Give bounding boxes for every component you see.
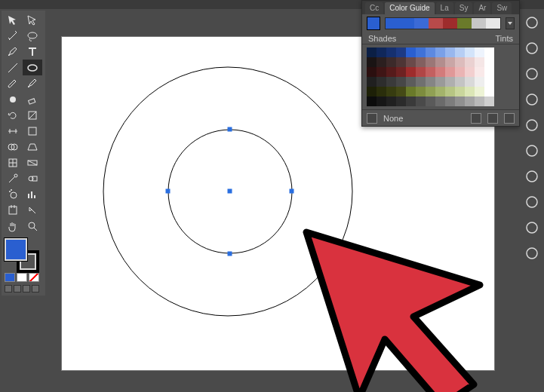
variation-swatch[interactable] (416, 77, 426, 87)
variation-swatch[interactable] (426, 47, 435, 57)
graphic-styles-panel-icon[interactable] (523, 219, 541, 237)
variation-swatch[interactable] (386, 96, 396, 106)
variation-swatch[interactable] (386, 57, 396, 67)
harmony-swatch[interactable] (486, 18, 500, 29)
line-tool[interactable] (3, 60, 23, 75)
variation-swatch[interactable] (455, 77, 465, 87)
variation-swatch[interactable] (426, 67, 435, 77)
harmony-swatch[interactable] (429, 18, 443, 29)
variation-swatch[interactable] (484, 57, 494, 67)
variation-swatch[interactable] (435, 87, 445, 96)
panel-tab-sw[interactable]: Sw (492, 2, 512, 14)
harmony-swatch[interactable] (457, 18, 472, 29)
variation-swatch[interactable] (435, 47, 445, 57)
variation-swatch[interactable] (445, 67, 455, 77)
harmony-swatch[interactable] (443, 18, 457, 29)
variation-swatch[interactable] (396, 67, 406, 77)
variation-swatch[interactable] (376, 77, 386, 87)
variation-swatch[interactable] (367, 67, 376, 77)
variation-swatch[interactable] (416, 96, 426, 106)
variation-swatch[interactable] (406, 57, 416, 67)
pen-tool[interactable] (3, 44, 23, 60)
variation-swatch[interactable] (386, 87, 396, 96)
variation-swatch[interactable] (475, 57, 484, 67)
symbols-panel-icon[interactable] (523, 90, 541, 109)
variation-swatch[interactable] (386, 77, 396, 87)
variation-swatch[interactable] (435, 67, 445, 77)
variation-swatch[interactable] (416, 47, 426, 57)
direct-selection-tool[interactable] (23, 12, 42, 28)
variation-swatch[interactable] (367, 87, 376, 96)
swatches-panel-icon[interactable] (523, 39, 541, 57)
variation-swatch[interactable] (465, 96, 475, 106)
variation-swatch[interactable] (396, 96, 406, 106)
column-graph-tool[interactable] (23, 186, 42, 202)
variation-swatch[interactable] (406, 67, 416, 77)
rotate-tool[interactable] (3, 107, 23, 123)
eraser-tool[interactable] (23, 91, 42, 107)
variation-swatch[interactable] (465, 67, 475, 77)
variation-swatch[interactable] (475, 67, 484, 77)
shape-builder-tool[interactable] (3, 139, 23, 155)
variation-swatch[interactable] (465, 87, 475, 96)
scale-tool[interactable] (23, 107, 42, 123)
variation-swatch[interactable] (455, 67, 465, 77)
color-mode-toggle[interactable] (5, 273, 15, 282)
screen-mode-toggle[interactable] (14, 285, 21, 292)
panel-menu-icon[interactable] (504, 113, 515, 124)
variation-swatch[interactable] (484, 87, 494, 96)
perspective-grid-tool[interactable] (23, 139, 42, 155)
layers-panel-icon[interactable] (523, 244, 541, 262)
variation-swatch[interactable] (406, 96, 416, 106)
variation-swatch[interactable] (376, 57, 386, 67)
panel-tab-la[interactable]: La (436, 2, 453, 14)
panel-tab-color-guide[interactable]: Color Guide (385, 2, 434, 14)
variation-swatch[interactable] (445, 77, 455, 87)
variation-swatch[interactable] (396, 87, 406, 96)
variation-swatch[interactable] (445, 47, 455, 57)
artboard-tool[interactable] (3, 202, 23, 218)
variation-swatch[interactable] (455, 87, 465, 96)
variation-swatch[interactable] (484, 96, 494, 106)
variation-swatch[interactable] (475, 96, 484, 106)
stroke-panel-icon[interactable] (523, 116, 541, 134)
fill-swatch[interactable] (5, 238, 27, 261)
variation-swatch[interactable] (406, 77, 416, 87)
color-panel-icon[interactable] (523, 14, 541, 32)
variation-swatch[interactable] (406, 87, 416, 96)
variation-swatch[interactable] (426, 96, 435, 106)
variation-swatch[interactable] (367, 77, 376, 87)
variation-swatch[interactable] (484, 67, 494, 77)
pencil-tool[interactable] (23, 75, 42, 91)
variation-swatch[interactable] (465, 77, 475, 87)
hand-tool[interactable] (3, 218, 23, 234)
screen-mode-toggle[interactable] (23, 285, 30, 292)
blend-tool[interactable] (23, 170, 42, 186)
selection-tool[interactable] (3, 12, 23, 28)
variation-swatch[interactable] (386, 67, 396, 77)
variation-swatch[interactable] (455, 47, 465, 57)
variation-swatch[interactable] (475, 47, 484, 57)
variation-swatch[interactable] (455, 96, 465, 106)
variation-swatch[interactable] (376, 96, 386, 106)
eyedropper-tool[interactable] (3, 170, 23, 186)
color-mode-toggle[interactable] (29, 273, 39, 282)
fill-stroke-indicator[interactable] (3, 237, 44, 271)
variation-swatch[interactable] (416, 87, 426, 96)
gradient-tool[interactable] (23, 155, 42, 170)
mesh-tool[interactable] (3, 155, 23, 170)
harmony-rules-dropdown[interactable] (506, 17, 515, 29)
variation-swatch[interactable] (416, 67, 426, 77)
harmony-swatch[interactable] (400, 18, 414, 29)
variation-swatch[interactable] (435, 96, 445, 106)
variation-swatch[interactable] (445, 57, 455, 67)
variation-swatch[interactable] (386, 47, 396, 57)
type-tool[interactable] (23, 44, 42, 60)
variation-swatch[interactable] (484, 77, 494, 87)
harmony-strip[interactable] (385, 17, 501, 29)
variation-swatch[interactable] (426, 87, 435, 96)
variation-swatch[interactable] (426, 57, 435, 67)
appearance-panel-icon[interactable] (523, 193, 541, 211)
variation-swatch[interactable] (406, 47, 416, 57)
color-mode-toggle[interactable] (17, 273, 27, 282)
